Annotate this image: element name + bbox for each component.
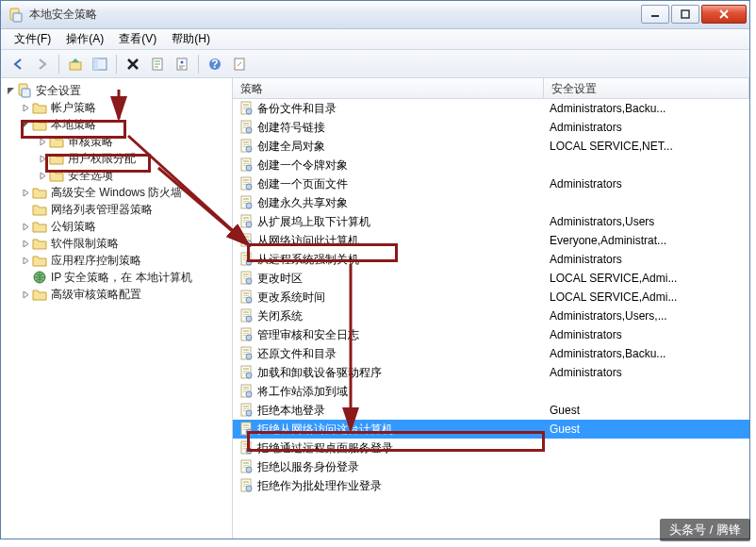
policy-name: 创建全局对象 bbox=[257, 139, 325, 155]
tree-item-label: 高级审核策略配置 bbox=[51, 287, 141, 303]
policy-row[interactable]: 备份文件和目录Administrators,Backu... bbox=[233, 99, 749, 118]
forward-button[interactable] bbox=[31, 53, 54, 75]
minimize-button[interactable] bbox=[641, 5, 669, 24]
tree-item[interactable]: 公钥策略 bbox=[3, 218, 230, 235]
policy-icon bbox=[238, 346, 254, 361]
svg-rect-101 bbox=[243, 406, 249, 407]
policies-pane[interactable]: 策略 安全设置 备份文件和目录Administrators,Backu...创建… bbox=[233, 78, 749, 539]
properties-button[interactable] bbox=[171, 53, 193, 75]
policy-row[interactable]: 加载和卸载设备驱动程序Administrators bbox=[233, 363, 749, 382]
svg-rect-22 bbox=[243, 107, 249, 108]
policy-row[interactable]: 创建符号链接Administrators bbox=[233, 118, 749, 137]
policy-setting: Administrators,Users,... bbox=[544, 309, 749, 323]
column-setting[interactable]: 安全设置 bbox=[544, 78, 749, 98]
tree-item[interactable]: 帐户策略 bbox=[3, 99, 230, 116]
policy-row[interactable]: 从远程系统强制关机Administrators bbox=[233, 250, 749, 269]
policy-row[interactable]: 创建一个令牌对象 bbox=[233, 156, 749, 174]
shield-icon bbox=[17, 83, 32, 98]
titlebar: 本地安全策略 bbox=[1, 1, 749, 29]
policy-row[interactable]: 还原文件和目录Administrators,Backu... bbox=[233, 344, 749, 363]
svg-rect-97 bbox=[243, 390, 249, 390]
svg-rect-92 bbox=[243, 371, 249, 372]
folder-icon bbox=[32, 253, 47, 268]
policy-row[interactable]: 创建一个页面文件Administrators bbox=[233, 174, 749, 193]
expand-icon[interactable] bbox=[37, 153, 48, 164]
tree-item[interactable]: 高级安全 Windows 防火墙 bbox=[3, 184, 230, 201]
policy-row[interactable]: 将工作站添加到域 bbox=[233, 382, 749, 401]
policy-row[interactable]: 从网络访问此计算机Everyone,Administrat... bbox=[233, 231, 749, 250]
expand-icon[interactable] bbox=[20, 238, 31, 249]
menu-file[interactable]: 文件(F) bbox=[7, 29, 58, 49]
export-button[interactable] bbox=[146, 53, 169, 75]
refresh-button[interactable] bbox=[228, 53, 251, 75]
policy-icon bbox=[238, 271, 254, 286]
show-hide-button[interactable] bbox=[89, 53, 111, 75]
svg-point-89 bbox=[246, 354, 252, 359]
policy-row[interactable]: 更改系统时间LOCAL SERVICE,Admi... bbox=[233, 288, 749, 307]
tree-item[interactable]: 审核策略 bbox=[3, 133, 230, 150]
close-button[interactable] bbox=[701, 5, 747, 24]
menu-view[interactable]: 查看(V) bbox=[111, 29, 164, 49]
menu-help[interactable]: 帮助(H) bbox=[164, 29, 218, 49]
expand-icon[interactable] bbox=[37, 136, 48, 147]
tree-item[interactable]: 网络列表管理器策略 bbox=[3, 201, 230, 218]
policy-row[interactable]: 拒绝作为批处理作业登录 bbox=[233, 476, 749, 495]
tree-item[interactable]: IP 安全策略，在 本地计算机 bbox=[3, 269, 230, 286]
svg-rect-1 bbox=[13, 13, 22, 22]
tree-item[interactable]: 安全选项 bbox=[3, 167, 230, 184]
menu-action[interactable]: 操作(A) bbox=[58, 29, 111, 49]
app-window: 本地安全策略 文件(F) 操作(A) 查看(V) 帮助(H) ? 安全设置帐户策… bbox=[0, 0, 750, 539]
expand-icon[interactable] bbox=[20, 221, 31, 232]
toolbar-separator bbox=[198, 55, 199, 74]
policy-row[interactable]: 管理审核和安全日志Administrators bbox=[233, 325, 749, 344]
expand-icon[interactable] bbox=[20, 102, 31, 113]
tree-item[interactable]: 用户权限分配 bbox=[3, 150, 230, 167]
policy-row[interactable]: 拒绝通过远程桌面服务登录 bbox=[233, 439, 749, 457]
policy-setting: Everyone,Administrat... bbox=[544, 234, 749, 247]
svg-rect-106 bbox=[243, 424, 249, 426]
expand-icon[interactable] bbox=[20, 187, 31, 198]
collapse-icon[interactable] bbox=[20, 119, 31, 130]
policy-name: 从远程系统强制关机 bbox=[257, 252, 359, 268]
policy-row[interactable]: 拒绝从网络访问这台计算机Guest bbox=[233, 420, 749, 439]
policy-row[interactable]: 拒绝以服务身份登录 bbox=[233, 457, 749, 476]
maximize-button[interactable] bbox=[671, 5, 699, 24]
expand-icon[interactable] bbox=[37, 170, 48, 181]
policy-name: 还原文件和目录 bbox=[257, 346, 337, 362]
policy-row[interactable]: 创建全局对象LOCAL SERVICE,NET... bbox=[233, 137, 749, 156]
policy-icon bbox=[238, 176, 254, 191]
policy-icon bbox=[238, 195, 254, 210]
policy-setting: Administrators bbox=[544, 121, 749, 134]
folder-icon bbox=[32, 219, 47, 234]
policy-name: 从扩展坞上取下计算机 bbox=[257, 214, 370, 230]
policy-setting: Guest bbox=[544, 404, 749, 417]
tree-item[interactable]: 本地策略 bbox=[3, 116, 230, 133]
policy-name: 管理审核和安全日志 bbox=[257, 327, 359, 343]
svg-point-39 bbox=[246, 165, 252, 171]
collapse-icon[interactable] bbox=[5, 85, 16, 96]
up-button[interactable] bbox=[64, 53, 87, 75]
column-policy[interactable]: 策略 bbox=[233, 78, 544, 98]
policy-icon bbox=[238, 233, 254, 248]
policy-icon bbox=[238, 422, 254, 437]
svg-rect-51 bbox=[243, 217, 249, 219]
back-button[interactable] bbox=[7, 53, 29, 75]
policy-row[interactable]: 关闭系统Administrators,Users,... bbox=[233, 307, 749, 325]
tree-root[interactable]: 安全设置 bbox=[3, 82, 230, 99]
globe-icon bbox=[32, 270, 47, 285]
svg-point-24 bbox=[246, 108, 252, 114]
tree-item[interactable]: 高级审核策略配置 bbox=[3, 286, 230, 303]
tree-pane[interactable]: 安全设置帐户策略本地策略审核策略用户权限分配安全选项高级安全 Windows 防… bbox=[1, 78, 233, 539]
expand-icon[interactable] bbox=[20, 289, 31, 300]
tree-item[interactable]: 应用程序控制策略 bbox=[3, 252, 230, 269]
expand-icon[interactable] bbox=[20, 255, 31, 266]
folder-icon bbox=[32, 236, 47, 251]
policy-row[interactable]: 拒绝本地登录Guest bbox=[233, 401, 749, 420]
policy-row[interactable]: 创建永久共享对象 bbox=[233, 193, 749, 212]
tree-item[interactable]: 软件限制策略 bbox=[3, 235, 230, 252]
svg-rect-82 bbox=[243, 333, 249, 334]
delete-button[interactable] bbox=[122, 53, 144, 75]
policy-row[interactable]: 从扩展坞上取下计算机Administrators,Users bbox=[233, 212, 749, 231]
help-button[interactable]: ? bbox=[204, 53, 226, 75]
policy-row[interactable]: 更改时区LOCAL SERVICE,Admi... bbox=[233, 269, 749, 288]
